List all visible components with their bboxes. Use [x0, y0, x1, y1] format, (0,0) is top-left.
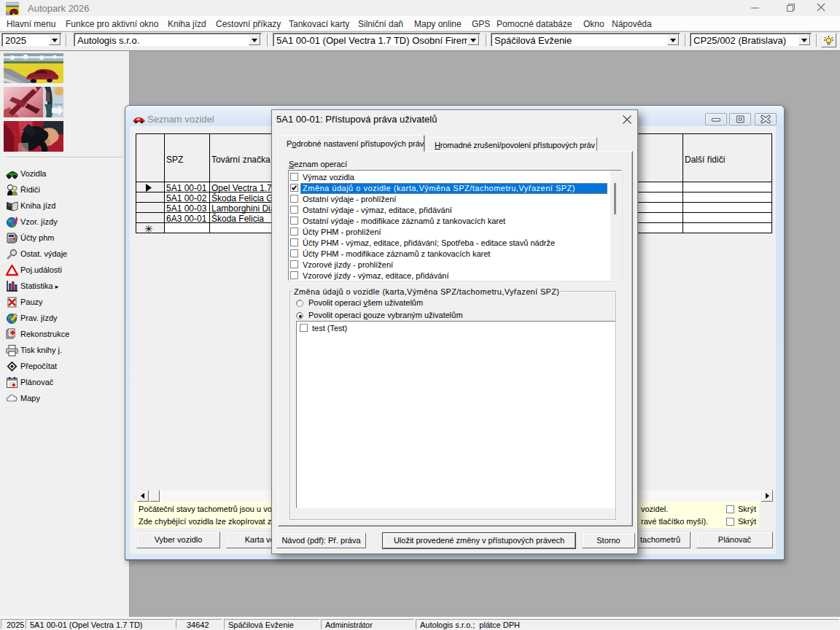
svg-text:depart: depart	[53, 102, 63, 106]
